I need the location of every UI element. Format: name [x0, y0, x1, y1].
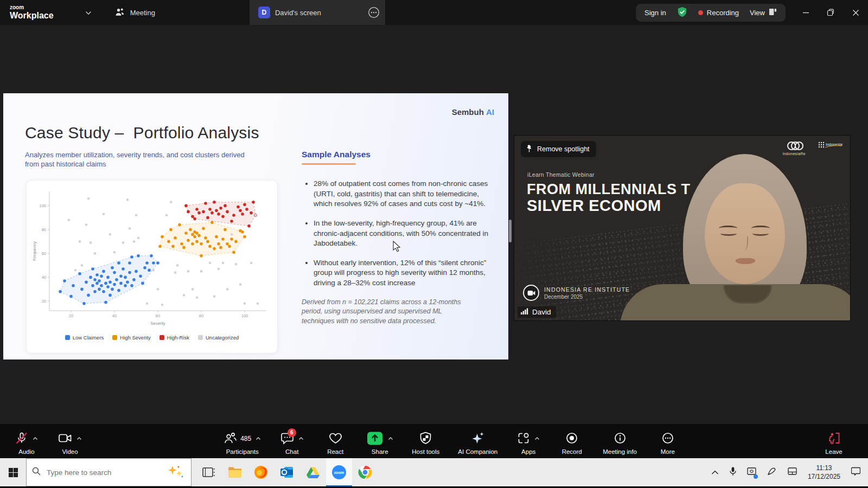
video-chevron-up-icon[interactable]: [76, 436, 82, 441]
toolbar-meeting-info-button[interactable]: Meeting info: [603, 428, 637, 455]
toolbar-audio-button[interactable]: Audio: [14, 428, 39, 455]
host-tools-icon: [419, 432, 432, 446]
apps-label: Apps: [521, 448, 535, 455]
chrome-taskbar-icon[interactable]: [352, 458, 378, 486]
toolbar-leave-button[interactable]: Leave: [821, 428, 846, 455]
tray-pen-icon[interactable]: [767, 467, 777, 478]
participant-name: David: [532, 308, 551, 316]
audio-chevron-up-icon[interactable]: [33, 436, 38, 441]
taskbar-apps: zoom: [196, 458, 378, 486]
ai-companion-icon: [471, 432, 485, 446]
toolbar-apps-button[interactable]: Apps: [516, 428, 541, 455]
legend-swatch: [65, 335, 70, 340]
video-icon: [58, 432, 72, 445]
tab-davids-screen[interactable]: D David's screen: [250, 0, 385, 25]
tab-options-ellipsis-icon[interactable]: [368, 7, 380, 20]
org-name: INDONESIA RE INSTITUTE: [544, 286, 630, 293]
toolbar-video-button[interactable]: Video: [58, 428, 82, 455]
participants-chevron-up-icon[interactable]: [256, 436, 261, 441]
chat-label: Chat: [285, 448, 298, 455]
legend-label: High Severity: [120, 335, 151, 341]
tab-davids-screen-label: David's screen: [275, 9, 321, 17]
search-icon: [32, 467, 41, 478]
shared-screen-slide: Sembuh AI Case Study – Portfolio Analysi…: [3, 93, 508, 359]
recording-indicator[interactable]: Recording: [698, 9, 739, 17]
leave-label: Leave: [825, 448, 842, 455]
action-center-icon[interactable]: [851, 467, 860, 478]
security-shield-icon[interactable]: [677, 7, 687, 19]
toolbar-right: Leave: [821, 428, 846, 455]
toolbar-host-tools-button[interactable]: Host tools: [412, 428, 439, 455]
org-date: December 2025: [544, 294, 630, 300]
toolbar-participants-button[interactable]: 485Participants: [224, 428, 261, 455]
tray-screenshare-icon[interactable]: [747, 467, 756, 478]
tray-microphone-icon[interactable]: [730, 467, 736, 478]
toolbar-record-button[interactable]: Record: [559, 428, 584, 455]
svg-text:Severity: Severity: [150, 321, 165, 326]
svg-text:Frequency: Frequency: [32, 241, 37, 261]
outlook-taskbar-icon[interactable]: [274, 458, 300, 486]
apps-icon: [517, 432, 530, 446]
legend-swatch: [198, 335, 203, 340]
sample-analyses-heading: Sample Analyses: [302, 150, 489, 159]
close-button[interactable]: [843, 0, 868, 25]
legend-label: Low Claimers: [73, 335, 104, 341]
ai-companion-label: AI Companion: [458, 448, 497, 455]
gallery-scrollbar[interactable]: [509, 220, 512, 242]
tab-meeting[interactable]: Meeting: [106, 0, 164, 25]
search-highlights-sparkle-icon[interactable]: [164, 464, 186, 480]
camera-badge-icon: [523, 285, 539, 301]
toolbar-ai-companion-button[interactable]: AI Companion: [458, 428, 497, 455]
person-eye: [752, 231, 769, 236]
toolbar-share-button[interactable]: Share: [366, 428, 393, 455]
zoom-taskbar-icon[interactable]: zoom: [326, 458, 352, 486]
taskbar-search[interactable]: [26, 458, 192, 486]
recording-label: Recording: [707, 9, 739, 17]
search-input[interactable]: [46, 468, 159, 477]
system-tray: 11:13 17/12/2025: [711, 458, 868, 486]
start-button[interactable]: [0, 458, 26, 486]
video-tile-david: iLearn Thematic Webinar FROM MILLENNIALS…: [514, 135, 851, 321]
shirt-collar: [723, 285, 772, 304]
person-eye: [720, 231, 737, 236]
tray-chevron-up-icon[interactable]: [711, 467, 719, 477]
toolbar-chat-button[interactable]: 6Chat: [279, 428, 304, 455]
slide-subtitle: Analyzes member utilization, severity tr…: [25, 151, 247, 169]
maximize-button[interactable]: [818, 0, 843, 25]
firefox-taskbar-icon[interactable]: [248, 458, 274, 486]
svg-text:40: 40: [112, 313, 117, 318]
mouse-cursor: [393, 241, 401, 254]
file-explorer-taskbar-icon[interactable]: [222, 458, 248, 486]
toolbar-left: AudioVideo: [14, 428, 82, 455]
record-label: Record: [562, 448, 582, 455]
record-icon: [565, 432, 578, 446]
share-chevron-up-icon[interactable]: [388, 436, 393, 441]
toolbar-more-button[interactable]: More: [655, 428, 680, 455]
sign-in-button[interactable]: Sign in: [644, 9, 666, 17]
svg-text:80: 80: [199, 313, 203, 318]
workspace-chevron-down-icon[interactable]: [85, 8, 92, 17]
webinar-org-block: INDONESIA RE INSTITUTE December 2025: [523, 285, 630, 301]
meeting-info-icon: [614, 432, 627, 446]
view-button[interactable]: View: [750, 8, 777, 17]
legend-item: High-Risk: [159, 335, 189, 341]
minimize-button[interactable]: [793, 0, 818, 25]
apps-chevron-up-icon[interactable]: [534, 436, 540, 441]
scatter-chart: 2040608010020406080100SeverityFrequency: [30, 186, 273, 331]
sample-bullet: Without early intervention, 12% of this …: [314, 258, 489, 288]
logo-text: Sembuh: [452, 107, 484, 117]
chat-chevron-up-icon[interactable]: [298, 436, 304, 441]
toolbar-react-button[interactable]: React: [323, 428, 348, 455]
windows-taskbar: zoom 11:13 17/12/2025: [0, 458, 868, 486]
google-drive-taskbar-icon[interactable]: [300, 458, 326, 486]
sample-bullet: In the low-severity, high-frequency grou…: [314, 219, 489, 249]
tray-touchpad-icon[interactable]: [788, 467, 797, 477]
task-view-taskbar-icon[interactable]: [196, 458, 222, 486]
react-icon: [329, 432, 342, 445]
react-label: React: [327, 448, 343, 455]
video-label: Video: [62, 448, 78, 455]
taskbar-clock[interactable]: 11:13 17/12/2025: [808, 464, 840, 481]
sample-bullet: 28% of outpatient cost comes from non-ch…: [314, 179, 489, 209]
remove-spotlight-button[interactable]: Remove spotlight: [521, 141, 596, 157]
svg-text:20: 20: [69, 313, 73, 318]
